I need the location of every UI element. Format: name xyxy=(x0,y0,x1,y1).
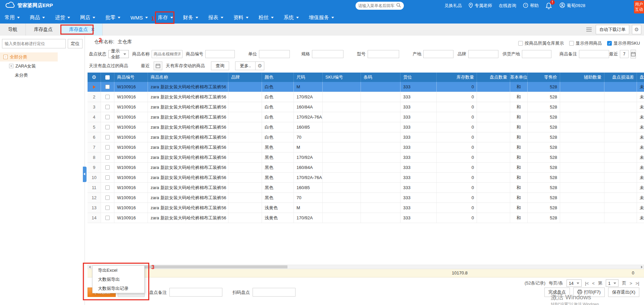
column-header-1[interactable] xyxy=(101,73,114,82)
unit-input[interactable] xyxy=(259,50,290,58)
row-checkbox-cell[interactable] xyxy=(101,142,114,152)
checkbox-icon[interactable] xyxy=(569,41,574,46)
more-button[interactable]: 更多.. xyxy=(235,61,256,70)
save-exit-button[interactable]: 保存退出(X) xyxy=(608,288,639,297)
row-checkbox[interactable] xyxy=(105,206,110,210)
row-checkbox-cell[interactable] xyxy=(101,152,114,162)
table-row[interactable]: 11W100916zara 新款女装大码哈伦裤棉布工装裤56黑色160/8533… xyxy=(88,183,644,193)
first-page-button[interactable]: |< xyxy=(585,281,589,286)
tab-list-icon[interactable] xyxy=(586,28,592,32)
sidebar-collapse-handle[interactable] xyxy=(83,167,87,182)
row-checkbox[interactable] xyxy=(105,85,110,89)
online-chat-link[interactable]: 在线咨询 xyxy=(499,3,516,9)
table-row[interactable]: 14W100916zara 新款女装大码哈伦裤棉布工装裤56浅黄色170/92A… xyxy=(88,213,644,223)
table-row[interactable]: 3W100916zara 新款女装大码哈伦裤棉布工装裤56白色160/84A33… xyxy=(88,102,644,112)
search-icon[interactable] xyxy=(396,3,401,9)
tree-node-未分类[interactable]: 未分类 xyxy=(0,71,85,80)
row-checkbox[interactable] xyxy=(105,125,110,129)
row-checkbox[interactable] xyxy=(105,216,110,220)
row-checkbox[interactable] xyxy=(105,105,110,109)
checkbox-icon[interactable] xyxy=(518,41,523,46)
row-checkbox[interactable] xyxy=(105,195,110,200)
per-page-select[interactable]: 14 xyxy=(567,279,582,287)
locate-button[interactable]: 定位 xyxy=(68,39,83,48)
menu-item-商品[interactable]: 商品 xyxy=(30,14,45,21)
context-menu-item-导出Excel[interactable]: 导出Excel xyxy=(93,266,144,275)
row-checkbox-cell[interactable] xyxy=(101,132,114,142)
row-checkbox[interactable] xyxy=(105,115,110,119)
table-row[interactable]: 4W100916zara 新款女装大码哈伦裤棉布工装裤56白色170/92A-7… xyxy=(88,112,644,122)
row-checkbox-cell[interactable] xyxy=(101,213,114,223)
table-row[interactable]: 2W100916zara 新款女装大码哈伦裤棉布工装裤56白色170/92A33… xyxy=(88,92,644,102)
tab-库存盘点-1[interactable]: 库存盘点 xyxy=(26,24,61,36)
table-row[interactable]: 10W100916zara 新款女装大码哈伦裤棉布工装裤56黑色170/92A-… xyxy=(88,173,644,183)
column-header-货位[interactable]: 货位 xyxy=(400,73,437,82)
row-checkbox-cell[interactable] xyxy=(101,122,114,132)
collapse-icon[interactable]: − xyxy=(3,55,8,59)
next-page-button[interactable]: > xyxy=(630,281,632,286)
checkbox-icon[interactable]: ✓ xyxy=(607,41,612,46)
row-checkbox-cell[interactable] xyxy=(101,183,114,192)
menu-item-系统[interactable]: 系统 xyxy=(284,14,299,21)
scan-count-input[interactable] xyxy=(253,288,296,297)
menu-item-WMS[interactable]: WMS xyxy=(130,15,148,20)
tab-close-icon[interactable]: × xyxy=(91,27,94,33)
product-code-input[interactable] xyxy=(205,50,235,58)
column-header-商品编号[interactable]: 商品编号 xyxy=(114,73,148,82)
spec-input[interactable] xyxy=(312,50,343,58)
product-remark-input[interactable] xyxy=(579,50,609,58)
row-checkbox-cell[interactable] xyxy=(101,163,114,172)
option-显示停用SKU[interactable]: ✓显示停用SKU xyxy=(607,40,640,46)
menu-item-报表[interactable]: 报表 xyxy=(208,14,223,21)
expand-icon[interactable]: + xyxy=(9,64,13,68)
tabbar-settings-gear-icon[interactable]: ⚙ xyxy=(632,25,641,34)
product-name-input[interactable] xyxy=(152,50,182,58)
row-checkbox-cell[interactable] xyxy=(101,92,114,102)
page-number-select[interactable]: 1 xyxy=(606,279,619,287)
menu-item-进货[interactable]: 进货 xyxy=(55,14,70,21)
menu-item-常用[interactable]: 常用 xyxy=(5,14,20,21)
tree-node-ZARA女装[interactable]: +ZARA女装 xyxy=(0,61,85,71)
column-header-库存数量[interactable]: 库存数量 xyxy=(437,73,477,82)
option-显示停用商品[interactable]: 显示停用商品 xyxy=(569,40,602,46)
row-checkbox[interactable] xyxy=(105,135,110,139)
table-row[interactable]: 12W100916zara 新款女装大码哈伦裤棉布工装裤56黑色703330和5… xyxy=(88,193,644,203)
brand-input[interactable] xyxy=(468,50,498,58)
model-input[interactable] xyxy=(368,50,399,58)
menu-item-财务[interactable]: 财务 xyxy=(183,14,198,21)
help-link[interactable]: ? 帮助 xyxy=(523,3,539,9)
table-row[interactable]: 5W100916zara 新款女装大码哈伦裤棉布工装裤56白色160/85333… xyxy=(88,122,644,132)
auto-download-orders-button[interactable]: 自动下载订单 xyxy=(596,25,629,34)
table-row[interactable]: W100916zara 新款女装大码哈伦裤棉布工装裤56白色M3330和528未… xyxy=(88,82,644,92)
menu-item-增值服务[interactable]: 增值服务 xyxy=(309,14,334,21)
count-status-select[interactable]: 显示全部 xyxy=(108,50,129,58)
scroll-left-arrow-icon[interactable] xyxy=(89,266,91,268)
row-checkbox-cell[interactable] xyxy=(101,112,114,122)
teacher-link[interactable]: 专属老师 xyxy=(469,3,492,9)
row-checkbox[interactable] xyxy=(105,155,110,160)
column-settings-gear-icon[interactable]: ⚙ xyxy=(92,74,96,80)
row-checkbox-cell[interactable] xyxy=(101,173,114,182)
origin-input[interactable] xyxy=(423,50,453,58)
gift-link[interactable]: 兑换礼品 xyxy=(444,3,462,9)
row-checkbox-cell[interactable] xyxy=(101,82,114,92)
count-remark-input[interactable] xyxy=(169,288,222,297)
changed-calendar-button[interactable] xyxy=(154,61,162,70)
table-row[interactable]: 9W100916zara 新款女装大码哈伦裤棉布工装裤56黑色160/84A33… xyxy=(88,163,644,173)
scroll-right-arrow-icon[interactable] xyxy=(641,266,643,268)
menu-item-批零[interactable]: 批零 xyxy=(105,14,120,21)
menu-search-input[interactable] xyxy=(358,3,396,8)
option-按商品所属仓库展示[interactable]: 按商品所属仓库展示 xyxy=(518,40,564,46)
row-checkbox-cell[interactable] xyxy=(101,203,114,213)
last-page-button[interactable]: >| xyxy=(636,281,639,286)
column-header-SKU编号[interactable]: SKU编号 xyxy=(323,73,361,82)
column-header-条码[interactable]: 条码 xyxy=(361,73,400,82)
column-header-颜色[interactable]: 颜色 xyxy=(262,73,294,82)
column-header-盘点状态[interactable]: 盘点状态 xyxy=(637,73,644,82)
context-menu-item-大数据导出记录[interactable]: 大数据导出记录 xyxy=(93,284,144,293)
tree-node-全部分类[interactable]: −全部分类 xyxy=(0,52,58,61)
notifications-bell[interactable]: ! xyxy=(545,2,553,9)
tab-库存盘点-2[interactable]: 库存盘点×2 xyxy=(61,24,103,36)
row-checkbox[interactable] xyxy=(105,185,110,190)
recent-days-input[interactable] xyxy=(620,50,629,58)
